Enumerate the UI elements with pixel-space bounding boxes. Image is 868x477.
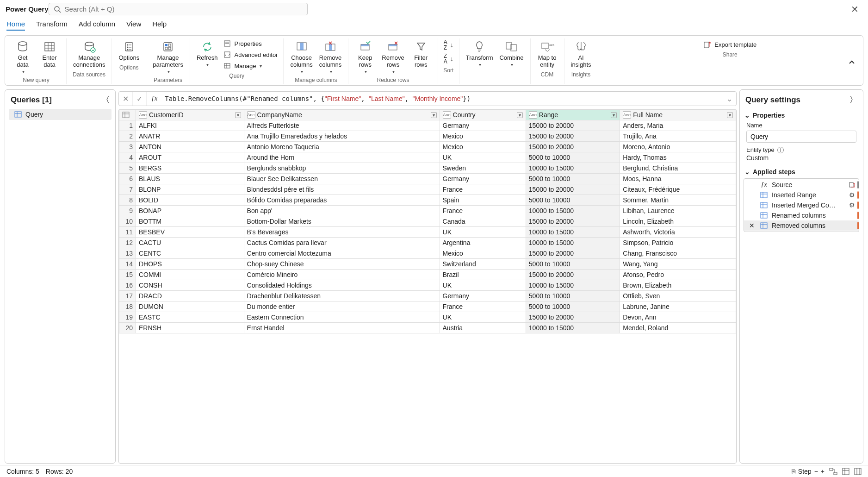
row-number[interactable]: 9 (119, 206, 136, 216)
cell[interactable]: B's Beverages (244, 227, 440, 238)
row-number[interactable]: 8 (119, 195, 136, 206)
row-number[interactable]: 4 (119, 152, 136, 163)
formula-input[interactable]: Table.RemoveColumns(#"Renamed columns", … (162, 95, 723, 102)
cell[interactable]: 10000 to 15000 (526, 163, 620, 174)
transform-button[interactable]: Transform▾ (463, 38, 496, 68)
table-row[interactable]: 14DHOPSChop-suey ChineseSwitzerland5000 … (119, 259, 736, 270)
remove-columns-button[interactable]: Remove columns▾ (316, 38, 344, 75)
column-filter-button[interactable]: ▾ (431, 112, 437, 118)
choose-columns-button[interactable]: Choose columns▾ (287, 38, 315, 75)
table-row[interactable]: 15COMMIComércio MineiroBrazil15000 to 20… (119, 270, 736, 280)
row-number[interactable]: 2 (119, 131, 136, 142)
applied-step[interactable]: Inserted Merged Co…⚙ (744, 200, 859, 210)
cell[interactable]: DRACD (136, 291, 244, 301)
expand-formula-button[interactable]: ⌄ (723, 92, 736, 106)
table-row[interactable]: 19EASTCEastern ConnectionUK15000 to 2000… (119, 312, 736, 323)
cell[interactable]: 10000 to 15000 (526, 206, 620, 216)
row-number[interactable]: 18 (119, 301, 136, 312)
cell[interactable]: 5000 to 10000 (526, 291, 620, 301)
cell[interactable]: Canada (440, 216, 526, 227)
cell[interactable]: 10000 to 15000 (526, 238, 620, 248)
chevron-down-icon[interactable]: ⌄ (744, 112, 750, 119)
cell[interactable]: Switzerland (440, 259, 526, 270)
collapse-ribbon-button[interactable] (848, 59, 856, 66)
enter-data-button[interactable]: Enter data (37, 38, 62, 69)
row-number[interactable]: 3 (119, 142, 136, 152)
cell[interactable]: Wang, Yang (620, 259, 736, 270)
collapse-queries-button[interactable]: 〈 (102, 94, 110, 105)
cell[interactable]: BERGS (136, 163, 244, 174)
cell[interactable]: Mexico (440, 131, 526, 142)
advanced-editor-button[interactable]: Advanced editor (221, 50, 279, 60)
table-row[interactable]: 9BONAPBon app'France10000 to 15000Libiha… (119, 206, 736, 216)
cell[interactable]: Germany (440, 291, 526, 301)
cell[interactable]: ANTON (136, 142, 244, 152)
gear-icon[interactable]: ⚙ (849, 191, 855, 199)
column-filter-button[interactable]: ▾ (235, 112, 241, 118)
cell[interactable]: 5000 to 10000 (526, 301, 620, 312)
sort-desc-button[interactable]: ZA↓ (442, 52, 455, 65)
table-row[interactable]: 11BESBEVB's BeveragesUK10000 to 15000Ash… (119, 227, 736, 238)
cell[interactable]: Ottlieb, Sven (620, 291, 736, 301)
table-row[interactable]: 5BERGSBerglunds snabbköpSweden10000 to 1… (119, 163, 736, 174)
cell[interactable]: Ashworth, Victoria (620, 227, 736, 238)
cell[interactable]: EASTC (136, 312, 244, 323)
cell[interactable]: ERNSH (136, 323, 244, 333)
table-row[interactable]: 1ALFKIAlfreds FutterkisteGermany15000 to… (119, 120, 736, 131)
cell[interactable]: 15000 to 20000 (526, 120, 620, 131)
cell[interactable]: ALFKI (136, 120, 244, 131)
row-number[interactable]: 15 (119, 270, 136, 280)
cancel-formula-button[interactable]: ✕ (119, 92, 133, 106)
cell[interactable]: 15000 to 20000 (526, 312, 620, 323)
gear-icon[interactable]: ⚙ (849, 201, 855, 209)
cell[interactable]: Eastern Connection (244, 312, 440, 323)
schema-view-button[interactable] (854, 468, 862, 475)
info-icon[interactable]: i (777, 147, 784, 153)
sort-asc-button[interactable]: AZ↓ (442, 38, 455, 51)
cell[interactable]: Mexico (440, 248, 526, 259)
table-row[interactable]: 6BLAUSBlauer See DelikatessenGermany5000… (119, 174, 736, 184)
cell[interactable]: Berglund, Christina (620, 163, 736, 174)
cell[interactable]: 15000 to 20000 (526, 184, 620, 195)
cell[interactable]: Bon app' (244, 206, 440, 216)
cell[interactable]: Consolidated Holdings (244, 280, 440, 291)
cell[interactable]: 10000 to 15000 (526, 280, 620, 291)
cell[interactable]: 5000 to 10000 (526, 174, 620, 184)
close-icon[interactable]: ✕ (847, 4, 862, 15)
cell[interactable]: Moos, Hanna (620, 174, 736, 184)
cell[interactable]: Moreno, Antonio (620, 142, 736, 152)
cell[interactable]: Lincoln, Elizabeth (620, 216, 736, 227)
row-number[interactable]: 13 (119, 248, 136, 259)
table-row[interactable]: 2ANATRAna Trujillo Emaredados y heladosM… (119, 131, 736, 142)
cell[interactable]: Germany (440, 174, 526, 184)
column-filter-button[interactable]: ▾ (517, 112, 523, 118)
cell[interactable]: Ana Trujillo Emaredados y helados (244, 131, 440, 142)
cell[interactable]: BOTTM (136, 216, 244, 227)
cell[interactable]: Blauer See Delikatessen (244, 174, 440, 184)
cell[interactable]: DHOPS (136, 259, 244, 270)
menu-tab-view[interactable]: View (126, 20, 141, 31)
ai-insights-button[interactable]: AI insights (568, 38, 594, 69)
table-row[interactable]: 12CACTUCactus Comidas para llevarArgenti… (119, 238, 736, 248)
cell[interactable]: Citeaux, Frédérique (620, 184, 736, 195)
cell[interactable]: ANATR (136, 131, 244, 142)
cell[interactable]: Austria (440, 323, 526, 333)
diagram-view-button[interactable] (829, 468, 837, 475)
cell[interactable]: France (440, 184, 526, 195)
cell[interactable]: France (440, 206, 526, 216)
data-view-button[interactable] (842, 468, 849, 475)
cell[interactable]: AROUT (136, 152, 244, 163)
cell[interactable]: Labrune, Janine (620, 301, 736, 312)
cell[interactable]: Devon, Ann (620, 312, 736, 323)
cell[interactable]: Afonso, Pedro (620, 270, 736, 280)
cell[interactable]: UK (440, 280, 526, 291)
cell[interactable]: 15000 to 20000 (526, 131, 620, 142)
cell[interactable]: Around the Horn (244, 152, 440, 163)
column-header[interactable]: ABCCompanyName▾ (244, 110, 440, 120)
column-header[interactable]: ABCRange▾ (526, 110, 620, 120)
step-link-icon[interactable] (849, 182, 855, 188)
row-number[interactable]: 10 (119, 216, 136, 227)
row-number[interactable]: 16 (119, 280, 136, 291)
table-row[interactable]: 17DRACDDrachenblut DelikatessenGermany50… (119, 291, 736, 301)
cell[interactable]: Libihan, Laurence (620, 206, 736, 216)
